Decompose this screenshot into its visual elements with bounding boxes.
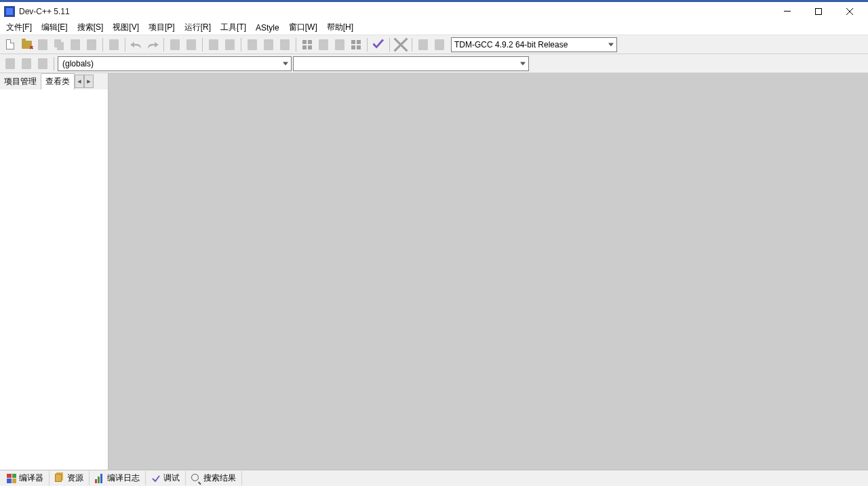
open-button[interactable] <box>19 37 34 52</box>
maximize-button[interactable] <box>803 2 834 20</box>
new-class-icon <box>5 58 15 69</box>
menu-run[interactable]: 运行[R] <box>180 20 216 35</box>
sidebar-tabs: 项目管理 查看类 ◄ ► <box>0 73 108 89</box>
close-button[interactable] <box>834 2 865 20</box>
status-search-results-label: 搜索结果 <box>203 472 236 484</box>
minimize-button[interactable] <box>772 2 803 20</box>
chevron-down-icon <box>520 62 526 65</box>
goto-button[interactable] <box>222 37 237 52</box>
menu-bar: 文件[F] 编辑[E] 搜索[S] 视图[V] 项目[P] 运行[R] 工具[T… <box>0 20 868 35</box>
bookmark-button[interactable] <box>277 37 292 52</box>
find-in-files-button[interactable] <box>206 37 221 52</box>
compile-run-button[interactable] <box>332 37 347 52</box>
rebuild-button[interactable] <box>349 37 363 52</box>
resources-icon <box>55 474 64 483</box>
back-icon <box>248 39 257 50</box>
delete-profile-button[interactable] <box>432 37 447 52</box>
svg-rect-1 <box>816 8 822 14</box>
new-file-button[interactable] <box>3 37 18 52</box>
log-icon <box>95 474 104 483</box>
status-resources-label: 资源 <box>67 472 83 484</box>
back-button[interactable] <box>245 37 260 52</box>
rebuild-icon <box>351 40 361 49</box>
status-tab-compile-log[interactable]: 编译日志 <box>90 471 146 485</box>
status-compile-log-label: 编译日志 <box>107 472 140 484</box>
editor-area[interactable] <box>108 73 868 470</box>
menu-tools[interactable]: 工具[T] <box>216 20 251 35</box>
sidebar: 项目管理 查看类 ◄ ► <box>0 73 108 470</box>
compile-run-icon <box>335 39 344 50</box>
compiler-select-value: TDM-GCC 4.9.2 64-bit Release <box>454 40 568 49</box>
chevron-down-icon <box>283 62 288 65</box>
goto-icon <box>225 39 235 50</box>
scope-select-value: (globals) <box>62 59 94 68</box>
menu-search[interactable]: 搜索[S] <box>73 20 108 35</box>
status-tab-resources[interactable]: 资源 <box>50 471 90 485</box>
tab-project-manager[interactable]: 项目管理 <box>0 74 41 89</box>
status-tab-debug[interactable]: 调试 <box>146 471 186 485</box>
check-icon <box>371 37 386 52</box>
status-tab-search-results[interactable]: 搜索结果 <box>186 471 242 485</box>
profile-button[interactable] <box>416 37 431 52</box>
menu-help[interactable]: 帮助[H] <box>322 20 358 35</box>
scope-select[interactable]: (globals) <box>58 56 292 71</box>
app-icon <box>4 6 15 17</box>
app-title: Dev-C++ 5.11 <box>19 7 70 16</box>
menu-file[interactable]: 文件[F] <box>1 20 37 35</box>
redo-button[interactable] <box>145 37 160 52</box>
menu-astyle[interactable]: AStyle <box>251 22 284 34</box>
separator <box>125 38 125 52</box>
main-toolbar: TDM-GCC 4.9.2 64-bit Release <box>0 35 868 54</box>
stop-button[interactable] <box>393 37 408 52</box>
save-all-button[interactable] <box>52 37 66 52</box>
compile-button[interactable] <box>300 37 315 52</box>
separator <box>296 38 296 52</box>
save-button[interactable] <box>35 37 50 52</box>
find-button[interactable] <box>167 37 182 52</box>
save-icon <box>38 39 47 50</box>
debug-button[interactable] <box>371 37 386 52</box>
menu-window[interactable]: 窗口[W] <box>284 20 322 35</box>
compile-icon <box>302 40 312 49</box>
status-debug-label: 调试 <box>163 472 180 484</box>
goto-impl-button[interactable] <box>35 56 50 71</box>
undo-button[interactable] <box>129 37 144 52</box>
goto-decl-button[interactable] <box>19 56 34 71</box>
menu-project[interactable]: 项目[P] <box>144 20 180 35</box>
close-file-button[interactable] <box>84 37 99 52</box>
delete-profile-icon <box>435 39 444 50</box>
new-class-button[interactable] <box>3 56 18 71</box>
tab-scroll-left[interactable]: ◄ <box>75 75 84 88</box>
menu-view[interactable]: 视图[V] <box>108 20 144 35</box>
print-icon <box>109 39 119 50</box>
member-select[interactable] <box>293 56 529 71</box>
close-file-icon <box>87 39 96 50</box>
status-bar: 编译器 资源 编译日志 调试 搜索结果 <box>0 470 868 486</box>
replace-button[interactable] <box>184 37 199 52</box>
save-as-button[interactable] <box>68 37 83 52</box>
svg-rect-0 <box>784 11 791 12</box>
undo-icon <box>130 41 142 49</box>
forward-icon <box>264 39 273 50</box>
tab-class-view[interactable]: 查看类 <box>41 73 75 90</box>
save-as-icon <box>71 39 80 50</box>
separator <box>241 38 241 52</box>
compiler-icon <box>7 474 16 483</box>
print-button[interactable] <box>106 37 121 52</box>
window-buttons <box>772 2 865 20</box>
run-exe-button[interactable] <box>316 37 331 52</box>
main-area: 项目管理 查看类 ◄ ► <box>0 73 868 470</box>
chevron-down-icon <box>608 43 614 46</box>
menu-edit[interactable]: 编辑[E] <box>37 20 73 35</box>
new-file-icon <box>6 39 14 49</box>
compiler-select[interactable]: TDM-GCC 4.9.2 64-bit Release <box>451 37 617 52</box>
replace-icon <box>186 39 196 50</box>
title-bar: Dev-C++ 5.11 <box>0 0 868 20</box>
tab-scroll-right[interactable]: ► <box>84 75 94 88</box>
save-all-icon <box>54 39 64 50</box>
sidebar-panel <box>0 89 108 470</box>
status-tab-compiler[interactable]: 编译器 <box>1 471 50 485</box>
separator <box>412 38 412 52</box>
find-in-files-icon <box>209 39 218 50</box>
forward-button[interactable] <box>261 37 276 52</box>
